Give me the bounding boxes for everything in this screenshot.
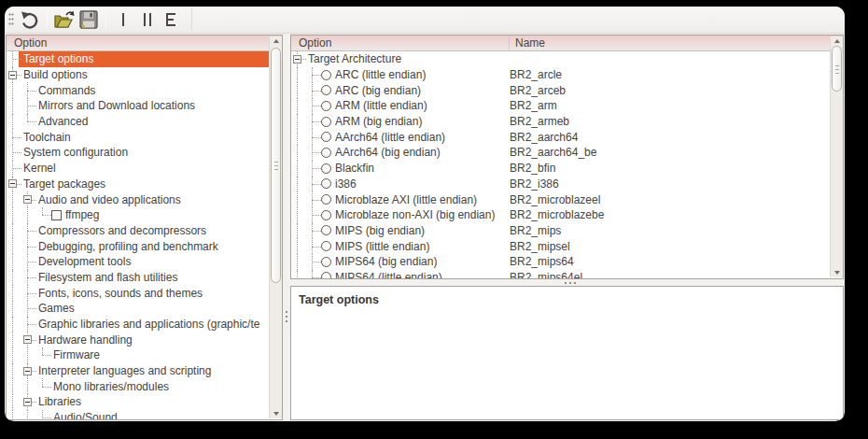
tree-row[interactable]: Firmware xyxy=(7,347,282,363)
radio-icon[interactable] xyxy=(321,148,331,158)
right-column-headers[interactable]: Option Name xyxy=(291,35,843,51)
tree-guide xyxy=(7,207,21,223)
tree-guide xyxy=(291,129,306,145)
tree-row[interactable]: Build options xyxy=(7,67,282,83)
radio-icon[interactable] xyxy=(321,241,331,251)
left-scrollbar-thumb[interactable] xyxy=(271,48,281,283)
expand-minus-icon[interactable] xyxy=(23,335,32,344)
split-view-button[interactable] xyxy=(135,8,160,32)
tree-row[interactable]: Fonts, icons, sounds and themes xyxy=(7,285,282,301)
tree-item-label: Compressors and decompressors xyxy=(36,224,209,237)
radio-icon[interactable] xyxy=(321,210,331,220)
toolbar-separator xyxy=(47,11,48,29)
radio-icon[interactable] xyxy=(321,225,331,235)
radio-icon[interactable] xyxy=(321,257,331,267)
left-option-column-header[interactable]: Option xyxy=(7,35,282,51)
radio-icon[interactable] xyxy=(321,85,331,95)
expand-minus-icon[interactable] xyxy=(23,398,32,406)
tree-row[interactable]: Development tools xyxy=(7,254,282,270)
tree-row[interactable]: ARM (big endian)BR2_armeb xyxy=(291,114,843,130)
tree-row[interactable]: Advanced xyxy=(7,114,282,130)
radio-icon[interactable] xyxy=(321,272,331,278)
tree-connector xyxy=(7,51,21,67)
left-vertical-scrollbar[interactable] xyxy=(269,36,282,418)
tree-item-label: Target Architecture xyxy=(306,52,404,65)
single-view-icon xyxy=(122,13,124,26)
full-view-button[interactable] xyxy=(160,8,184,32)
expand-minus-icon[interactable] xyxy=(23,367,32,375)
tree-row[interactable]: Debugging, profiling and benchmark xyxy=(7,238,282,254)
expand-minus-icon[interactable] xyxy=(8,179,17,188)
undo-button[interactable] xyxy=(18,8,42,32)
radio-icon[interactable] xyxy=(321,132,331,142)
expand-minus-icon[interactable] xyxy=(8,71,17,79)
tree-item-label: Microblaze non-AXI (big endian) xyxy=(333,208,497,221)
single-view-button[interactable] xyxy=(111,8,135,32)
tree-row[interactable]: BlackfinBR2_bfin xyxy=(291,161,843,177)
toolbar-grip-handle[interactable] xyxy=(8,12,14,27)
radio-icon[interactable] xyxy=(321,70,331,80)
vertical-splitter[interactable] xyxy=(283,35,290,420)
tree-row[interactable]: Microblaze non-AXI (big endian)BR2_micro… xyxy=(291,207,843,223)
scroll-up-arrow-icon[interactable] xyxy=(834,39,840,43)
option-column-header[interactable]: Option xyxy=(299,36,331,50)
name-column-header[interactable]: Name xyxy=(515,35,545,50)
tree-row[interactable]: Mirrors and Download locations xyxy=(7,98,282,114)
tree-row[interactable]: Compressors and decompressors xyxy=(7,223,282,239)
tree-guide xyxy=(21,347,36,363)
tree-row[interactable]: Toolchain xyxy=(7,129,282,145)
tree-row[interactable]: Commands xyxy=(7,82,282,98)
tree-row[interactable]: System configuration xyxy=(7,145,282,161)
tree-row[interactable]: Target options xyxy=(7,51,282,67)
tree-row[interactable]: Hardware handling xyxy=(7,332,282,347)
tree-row[interactable]: Graphic libraries and applications (grap… xyxy=(7,317,282,333)
tree-row[interactable]: AArch64 (big endian)BR2_aarch64_be xyxy=(291,145,843,161)
scroll-down-arrow-icon[interactable] xyxy=(273,412,279,416)
tree-row[interactable]: MIPS (little endian)BR2_mipsel xyxy=(291,238,843,254)
tree-guide xyxy=(291,270,306,278)
tree-row[interactable]: i386BR2_i386 xyxy=(291,177,843,192)
tree-row[interactable]: MIPS (big endian)BR2_mips xyxy=(291,223,843,239)
tree-guide xyxy=(21,378,36,394)
config-symbol-name: BR2_microblazebe xyxy=(510,208,604,221)
tree-row[interactable]: Interpreter languages and scripting xyxy=(7,363,282,379)
tree-row[interactable]: Target Architecture xyxy=(291,51,843,67)
tree-guide xyxy=(7,394,21,410)
tree-item-label: Graphic libraries and applications (grap… xyxy=(36,318,262,331)
tree-row[interactable]: Libraries xyxy=(7,394,282,410)
tree-row[interactable]: Filesystem and flash utilities xyxy=(7,270,282,286)
scroll-up-arrow-icon[interactable] xyxy=(273,39,279,43)
tree-row[interactable]: Games xyxy=(7,301,282,317)
tree-row[interactable]: Mono libraries/modules xyxy=(7,378,282,394)
right-scrollbar-thumb[interactable] xyxy=(832,46,842,92)
radio-icon[interactable] xyxy=(321,101,331,111)
radio-icon[interactable] xyxy=(321,163,331,174)
column-divider[interactable] xyxy=(509,36,510,50)
save-button[interactable] xyxy=(77,8,101,32)
full-view-icon xyxy=(166,13,177,26)
radio-icon[interactable] xyxy=(321,178,331,189)
tree-row[interactable]: ARC (big endian)BR2_arceb xyxy=(291,82,843,98)
tree-row[interactable]: Microblaze AXI (little endian)BR2_microb… xyxy=(291,191,843,207)
tree-row[interactable]: Target packages xyxy=(7,177,282,192)
tree-row[interactable]: MIPS64 (little endian)BR2_mips64el xyxy=(291,270,843,278)
tree-item-label: Toolchain xyxy=(21,131,74,144)
scroll-down-arrow-icon[interactable] xyxy=(834,271,840,275)
tree-row[interactable]: ffmpeg xyxy=(7,207,282,223)
tree-row[interactable]: Kernel xyxy=(7,161,282,177)
right-tree-body: Target ArchitectureARC (little endian)BR… xyxy=(291,51,843,278)
tree-row[interactable]: AArch64 (little endian)BR2_aarch64 xyxy=(291,129,843,145)
tree-row[interactable]: ARC (little endian)BR2_arcle xyxy=(291,67,843,83)
tree-row[interactable]: MIPS64 (big endian)BR2_mips64 xyxy=(291,254,843,270)
expand-minus-icon[interactable] xyxy=(23,195,32,204)
radio-icon[interactable] xyxy=(321,194,331,205)
expand-minus-icon[interactable] xyxy=(293,55,301,64)
tree-row[interactable]: Audio/Sound xyxy=(7,410,282,419)
tree-row[interactable]: Audio and video applications xyxy=(7,191,282,207)
horizontal-splitter[interactable] xyxy=(290,279,844,286)
right-vertical-scrollbar[interactable] xyxy=(830,36,843,277)
radio-icon[interactable] xyxy=(321,117,331,127)
tree-row[interactable]: ARM (little endian)BR2_arm xyxy=(291,98,843,114)
open-button[interactable] xyxy=(52,8,77,32)
checkbox-icon[interactable] xyxy=(51,210,62,220)
